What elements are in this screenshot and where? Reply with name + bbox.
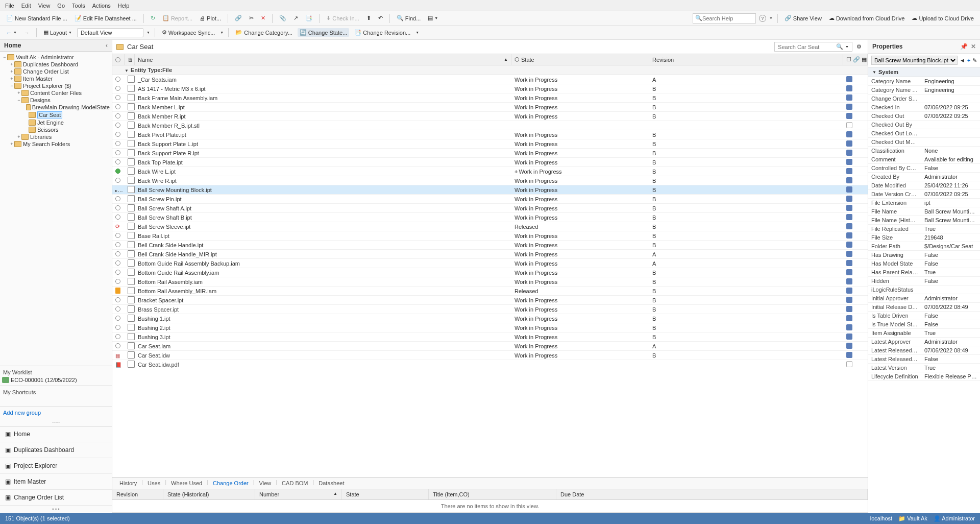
file-row[interactable]: Back Wire L.ipt+Work in ProgressB bbox=[112, 167, 868, 176]
property-row[interactable]: Has Model StateFalse bbox=[868, 259, 980, 268]
menu-file[interactable]: File bbox=[5, 3, 14, 9]
detail-tab[interactable]: CAD BOM bbox=[279, 479, 311, 487]
property-row[interactable]: File Name (Historical)Ball Screw Mountin… bbox=[868, 216, 980, 225]
file-row[interactable]: Back Member L.iptWork in ProgressB bbox=[112, 103, 868, 112]
download-cloud-button[interactable]: ☁Download from Cloud Drive bbox=[827, 14, 907, 22]
tree-item[interactable]: Jet Engine bbox=[2, 119, 110, 126]
col-revision[interactable]: Revision bbox=[112, 489, 163, 499]
property-row[interactable]: Category NameEngineering bbox=[868, 77, 980, 86]
checkin-button[interactable]: ⬇Check In... bbox=[324, 14, 361, 22]
property-row[interactable]: File Size219648 bbox=[868, 233, 980, 242]
menu-view[interactable]: View bbox=[38, 3, 51, 9]
tree-item[interactable]: −Project Explorer ($) bbox=[2, 82, 110, 89]
file-row[interactable]: Brass Spacer.iptWork in ProgressB bbox=[112, 305, 868, 314]
collapse-icon[interactable]: ‹ bbox=[106, 42, 108, 49]
tree-item[interactable]: Scissors bbox=[2, 126, 110, 133]
share-view-button[interactable]: 🔗Share View bbox=[782, 14, 824, 22]
property-row[interactable]: Checked Out07/06/2022 09:25 bbox=[868, 112, 980, 121]
report-button[interactable]: 📋Report... bbox=[160, 14, 194, 22]
col-actions[interactable]: ☐🔗▦ bbox=[843, 54, 868, 65]
col-revision[interactable]: Revision bbox=[649, 54, 843, 65]
property-row[interactable]: Checked Out Machine bbox=[868, 138, 980, 147]
property-row[interactable]: File ReplicatedTrue bbox=[868, 225, 980, 233]
edit-icon[interactable]: ✎ bbox=[972, 57, 977, 64]
cut-button[interactable]: ✂ bbox=[247, 14, 256, 22]
file-row[interactable]: Bracket Spacer.iptWork in ProgressB bbox=[112, 296, 868, 305]
find-button[interactable]: 🔍Find... bbox=[395, 14, 423, 22]
nav-prev-icon[interactable]: ◄ bbox=[960, 57, 965, 63]
col-state-hist[interactable]: State (Historical) bbox=[163, 489, 255, 499]
property-row[interactable]: Folder Path$/Designs/Car Seat bbox=[868, 242, 980, 251]
property-row[interactable]: Initial Release Date07/06/2022 08:49 bbox=[868, 303, 980, 312]
property-row[interactable]: File Extensionipt bbox=[868, 199, 980, 207]
property-row[interactable]: Has Parent RelationshipTrue bbox=[868, 268, 980, 277]
toggle-icon[interactable]: + bbox=[9, 141, 14, 147]
change-revision-button[interactable]: 📑Change Revision... bbox=[352, 28, 412, 37]
toggle-icon[interactable]: − bbox=[9, 83, 14, 88]
file-row[interactable]: Bushing 1.iptWork in ProgressB bbox=[112, 314, 868, 323]
toggle-icon[interactable]: + bbox=[9, 69, 14, 74]
menu-actions[interactable]: Actions bbox=[92, 3, 111, 9]
file-row[interactable]: Bottom Rail Assembly_MIR.iamReleasedB bbox=[112, 287, 868, 296]
tree-item[interactable]: +Item Master bbox=[2, 75, 110, 82]
tree-item[interactable]: Car Seat bbox=[2, 111, 110, 119]
help-search[interactable]: 🔍 bbox=[693, 13, 756, 23]
nav-section-item[interactable]: ▣Duplicates Dashboard bbox=[0, 442, 112, 458]
property-row[interactable]: Controlled By Change ...False bbox=[868, 164, 980, 173]
add-icon[interactable]: + bbox=[967, 57, 970, 63]
menu-edit[interactable]: Edit bbox=[21, 3, 31, 9]
col-state[interactable]: ⬡State bbox=[511, 54, 649, 65]
toggle-icon[interactable]: + bbox=[9, 62, 14, 67]
property-row[interactable]: Initial ApproverAdministrator bbox=[868, 294, 980, 303]
toggle-icon[interactable]: − bbox=[2, 55, 7, 60]
property-row[interactable]: Has DrawingFalse bbox=[868, 251, 980, 259]
tree-root[interactable]: − Vault Ak - Administrator bbox=[2, 54, 110, 61]
file-row[interactable]: Back Pivot Plate.iptWork in ProgressB bbox=[112, 130, 868, 139]
file-row[interactable]: Back Top Plate.iptWork in ProgressB bbox=[112, 158, 868, 167]
change-state-button[interactable]: 🔄Change State... bbox=[298, 28, 349, 37]
detail-tab[interactable]: History bbox=[116, 479, 140, 487]
menu-go[interactable]: Go bbox=[57, 3, 65, 9]
tree-item[interactable]: +Libraries bbox=[2, 133, 110, 140]
tree-item[interactable]: BrewMain-Drawing-ModelState bbox=[2, 104, 110, 111]
file-row[interactable]: Car Seat.iamWork in ProgressA bbox=[112, 342, 868, 351]
layout-button[interactable]: ▦Layout▼ bbox=[41, 28, 74, 37]
file-row[interactable]: ⟳Ball Screw Sleeve.iptReleasedB bbox=[112, 222, 868, 231]
tree-item[interactable]: +My Search Folders bbox=[2, 140, 110, 148]
folder-search[interactable]: 🔍 ▼ bbox=[774, 42, 852, 52]
file-row[interactable]: Back Member R.iptWork in ProgressB bbox=[112, 112, 868, 121]
group-header-row[interactable]: ▼Entity Type:File bbox=[112, 65, 868, 75]
property-row[interactable]: Checked Out By bbox=[868, 121, 980, 129]
property-row[interactable]: Checked In07/06/2022 09:25 bbox=[868, 103, 980, 112]
nav-section-item[interactable]: ▣Home bbox=[0, 426, 112, 442]
property-row[interactable]: Latest Released Date07/06/2022 08:49 bbox=[868, 346, 980, 355]
attach-button[interactable]: 📎 bbox=[277, 14, 288, 22]
tree-item[interactable]: +Content Center Files bbox=[2, 89, 110, 97]
property-row[interactable]: Date Version Created07/06/2022 09:25 bbox=[868, 190, 980, 199]
menu-help[interactable]: Help bbox=[118, 3, 130, 9]
filter-button[interactable]: ▤▼ bbox=[426, 14, 440, 22]
more-handle[interactable]: • • • bbox=[0, 506, 112, 513]
property-row[interactable]: Created ByAdministrator bbox=[868, 173, 980, 181]
help-button[interactable]: ? bbox=[759, 15, 766, 22]
detail-tab[interactable]: Datasheet bbox=[315, 479, 347, 487]
new-file-button[interactable]: 📄New Standard File ... bbox=[4, 14, 69, 23]
copy-button[interactable]: 📑 bbox=[303, 14, 314, 22]
col-type[interactable]: 🗎 bbox=[125, 54, 135, 65]
property-row[interactable]: Item AssignableTrue bbox=[868, 329, 980, 338]
col-state[interactable]: State bbox=[342, 489, 429, 499]
close-icon[interactable]: ✕ bbox=[971, 43, 976, 50]
file-row[interactable]: Bell Crank Side Handle_MIR.iptWork in Pr… bbox=[112, 250, 868, 259]
file-row[interactable]: ▸Ball Screw Mounting Block.iptWork in Pr… bbox=[112, 185, 868, 195]
file-row[interactable]: 📕Car Seat.idw.pdf bbox=[112, 360, 868, 369]
resize-handle[interactable]: ┈┈┈ bbox=[0, 419, 112, 426]
file-row[interactable]: ▦Car Seat.idwWork in ProgressB bbox=[112, 351, 868, 360]
file-row[interactable]: Bottom Rail Assembly.iamWork in Progress… bbox=[112, 277, 868, 287]
property-row[interactable]: Latest ApproverAdministrator bbox=[868, 338, 980, 346]
add-group-link[interactable]: Add new group bbox=[0, 406, 112, 419]
forward-button[interactable]: → bbox=[22, 29, 32, 37]
checkout-button[interactable]: ⬆ bbox=[364, 14, 373, 22]
worklist-item[interactable]: ECO-000001 (12/05/2022) bbox=[2, 376, 110, 384]
file-row[interactable]: Back Support Plate L.iptWork in Progress… bbox=[112, 139, 868, 149]
file-row[interactable]: Ball Screw Pin.iptWork in ProgressB bbox=[112, 195, 868, 204]
